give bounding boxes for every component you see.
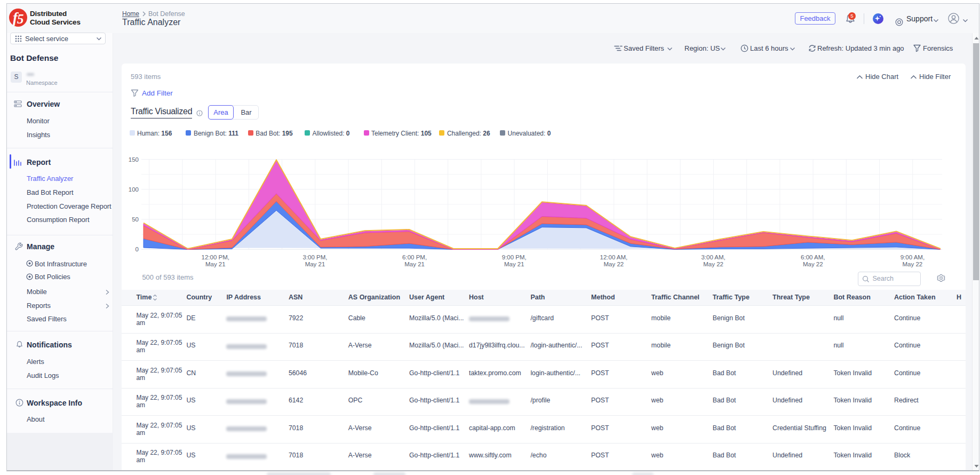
svg-text:May 21: May 21 — [305, 261, 325, 267]
svg-text:12:00 PM,: 12:00 PM, — [202, 254, 229, 260]
svg-text:100: 100 — [129, 186, 139, 193]
svg-text:3:00 AM,: 3:00 AM, — [702, 254, 726, 260]
svg-text:May 21: May 21 — [205, 261, 226, 267]
svg-text:3:00 PM,: 3:00 PM, — [303, 254, 328, 260]
svg-text:May 22: May 22 — [704, 261, 724, 267]
svg-text:May 22: May 22 — [903, 261, 923, 267]
svg-text:5: 5 — [17, 12, 24, 26]
svg-text:May 22: May 22 — [604, 261, 624, 267]
svg-text:6:00 AM,: 6:00 AM, — [801, 254, 825, 260]
svg-text:May 22: May 22 — [803, 261, 823, 267]
svg-text:0: 0 — [136, 246, 139, 252]
svg-text:6:00 PM,: 6:00 PM, — [402, 254, 427, 260]
svg-text:May 21: May 21 — [504, 261, 524, 267]
svg-text:50: 50 — [132, 216, 139, 223]
svg-text:9:00 AM,: 9:00 AM, — [901, 254, 925, 260]
svg-text:150: 150 — [129, 156, 139, 163]
svg-text:May 21: May 21 — [405, 261, 425, 267]
svg-text:12:00 AM,: 12:00 AM, — [600, 254, 628, 260]
svg-text:9:00 PM,: 9:00 PM, — [502, 254, 527, 260]
